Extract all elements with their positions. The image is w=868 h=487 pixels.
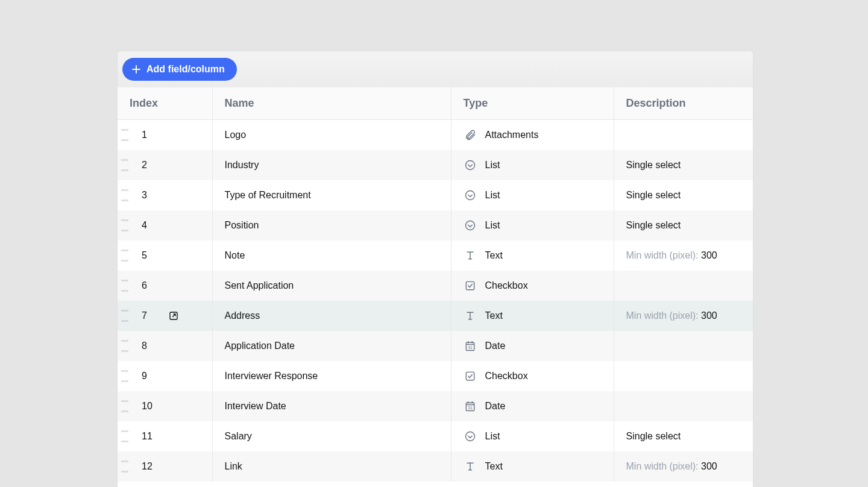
drag-handle-icon[interactable] (121, 280, 128, 292)
description-cell[interactable]: Min width (pixel): 300 (614, 240, 753, 271)
description-cell[interactable]: Single select (614, 421, 753, 451)
table-row[interactable]: 3Type of RecruitmentListSingle select (118, 180, 753, 210)
drag-handle-icon[interactable] (121, 189, 128, 201)
name-cell[interactable]: Type of Recruitment (212, 180, 451, 210)
topbar: Add field/column (118, 51, 753, 87)
table-row[interactable]: 5NoteTextMin width (pixel): 300 (118, 240, 753, 271)
table-row[interactable]: 1LogoAttachments (118, 120, 753, 150)
name-cell[interactable]: Logo (212, 120, 451, 150)
type-label: List (485, 190, 500, 201)
add-field-label: Add field/column (146, 64, 225, 75)
table-row[interactable]: 12LinkTextMin width (pixel): 300 (118, 451, 753, 482)
table-row[interactable]: 9Interviewer ResponseCheckbox (118, 361, 753, 391)
description-text: Single select (626, 160, 681, 170)
table-row[interactable]: 4PositionListSingle select (118, 210, 753, 240)
name-cell[interactable]: Sent Application (212, 271, 451, 301)
description-label: Min width (pixel): (626, 461, 701, 471)
type-cell[interactable]: List (451, 150, 614, 180)
type-label: Checkbox (485, 280, 528, 291)
type-label: Checkbox (485, 371, 528, 382)
table-row[interactable]: 8Application DateDate (118, 331, 753, 361)
row-index: 10 (142, 401, 153, 412)
type-cell[interactable]: Checkbox (451, 271, 614, 301)
row-index: 12 (142, 461, 153, 472)
description-value: 300 (701, 461, 717, 471)
row-index: 6 (142, 280, 151, 291)
name-cell[interactable]: Address (212, 301, 451, 331)
type-cell[interactable]: List (451, 180, 614, 210)
index-cell: 11 (118, 421, 212, 451)
type-cell[interactable]: Date (451, 331, 614, 361)
drag-handle-icon[interactable] (121, 250, 128, 262)
dropdown-icon (464, 430, 477, 442)
index-cell: 6 (118, 271, 212, 301)
dropdown-icon (464, 219, 477, 231)
type-label: Date (485, 341, 506, 351)
drag-handle-icon[interactable] (121, 460, 128, 473)
name-cell[interactable]: Interview Date (212, 391, 451, 421)
drag-handle-icon[interactable] (121, 310, 128, 322)
type-label: List (485, 220, 500, 231)
description-cell[interactable] (614, 361, 753, 391)
name-cell[interactable]: Salary (212, 421, 451, 451)
row-index: 4 (142, 220, 151, 231)
col-header-index[interactable]: Index (118, 87, 212, 120)
table-row[interactable]: 6Sent ApplicationCheckbox (118, 271, 753, 301)
table-row[interactable]: 2IndustryListSingle select (118, 150, 753, 180)
index-cell: 8 (118, 331, 212, 361)
description-cell[interactable]: Single select (614, 150, 753, 180)
calendar-icon (464, 400, 477, 412)
index-cell: 3 (118, 180, 212, 210)
type-cell[interactable]: Text (451, 240, 614, 271)
drag-handle-icon[interactable] (121, 159, 128, 171)
index-cell: 9 (118, 361, 212, 391)
row-index: 9 (142, 371, 151, 382)
col-header-type[interactable]: Type (451, 87, 614, 120)
drag-handle-icon[interactable] (121, 129, 128, 141)
text-icon (464, 460, 477, 473)
description-cell[interactable] (614, 391, 753, 421)
description-cell[interactable]: Single select (614, 180, 753, 210)
name-cell[interactable]: Position (212, 210, 451, 240)
description-text: Single select (626, 190, 681, 200)
description-cell[interactable]: Min width (pixel): 300 (614, 451, 753, 482)
name-cell[interactable]: Link (212, 451, 451, 482)
drag-handle-icon[interactable] (121, 219, 128, 231)
type-cell[interactable]: Checkbox (451, 361, 614, 391)
index-cell: 2 (118, 150, 212, 180)
add-field-button[interactable]: Add field/column (122, 58, 237, 81)
description-cell[interactable] (614, 271, 753, 301)
type-cell[interactable]: Date (451, 391, 614, 421)
name-cell[interactable]: Interviewer Response (212, 361, 451, 391)
table-row[interactable]: 7AddressTextMin width (pixel): 300 (118, 301, 753, 331)
drag-handle-icon[interactable] (121, 340, 128, 352)
col-header-name[interactable]: Name (212, 87, 451, 120)
drag-handle-icon[interactable] (121, 430, 128, 442)
description-cell[interactable] (614, 120, 753, 150)
open-row-icon[interactable] (168, 310, 179, 321)
row-index: 7 (142, 310, 151, 321)
name-cell[interactable]: Industry (212, 150, 451, 180)
description-label: Min width (pixel): (626, 250, 701, 260)
table-row[interactable]: 10Interview DateDate (118, 391, 753, 421)
drag-handle-icon[interactable] (121, 400, 128, 412)
type-cell[interactable]: List (451, 210, 614, 240)
index-cell: 4 (118, 210, 212, 240)
drag-handle-icon[interactable] (121, 370, 128, 382)
name-cell[interactable]: Application Date (212, 331, 451, 361)
col-header-description[interactable]: Description (614, 87, 753, 120)
description-cell[interactable]: Single select (614, 210, 753, 240)
name-cell[interactable]: Note (212, 240, 451, 271)
type-cell[interactable]: Attachments (451, 120, 614, 150)
type-cell[interactable]: Text (451, 451, 614, 482)
type-cell[interactable]: Text (451, 301, 614, 331)
table-row[interactable]: 11SalaryListSingle select (118, 421, 753, 451)
index-cell: 10 (118, 391, 212, 421)
description-cell[interactable] (614, 331, 753, 361)
fields-table: Index Name Type Description 1LogoAttachm… (118, 87, 753, 482)
description-cell[interactable]: Min width (pixel): 300 (614, 301, 753, 331)
type-label: List (485, 160, 500, 171)
type-cell[interactable]: List (451, 421, 614, 451)
type-label: Date (485, 401, 506, 412)
description-text: Single select (626, 220, 681, 230)
